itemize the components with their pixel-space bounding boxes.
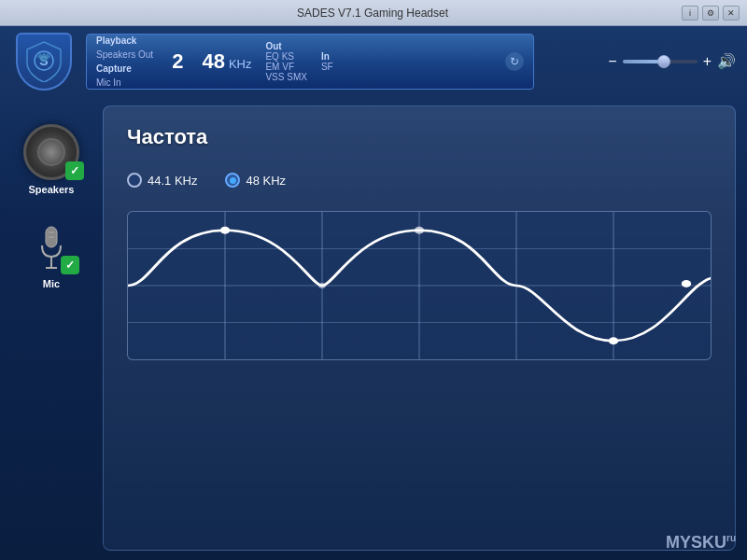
speakers-label: Speakers (29, 184, 75, 195)
speaker-check-badge: ✓ (65, 161, 84, 180)
watermark: MYSKUru (666, 533, 736, 553)
speakers-out-label: Speakers Out (96, 49, 153, 61)
content-area: ✓ Speakers (0, 96, 747, 560)
panel-title: Частота (127, 125, 712, 149)
device-labels: Playback Speakers Out Capture Mic In (96, 35, 153, 89)
in-label: In (321, 51, 333, 62)
frequency-unit: KHz (229, 57, 252, 71)
radio-441-label: 44.1 KHz (148, 174, 197, 188)
shield-icon: S (16, 33, 72, 91)
waveform-svg (128, 212, 711, 359)
speaker-icon-container: ✓ (23, 124, 79, 180)
waveform-container (127, 211, 712, 360)
svg-point-17 (609, 337, 618, 344)
toolbar: S Playback Speakers Out Capture Mic In 2… (0, 26, 747, 96)
main-content: S Playback Speakers Out Capture Mic In 2… (0, 26, 747, 560)
window-controls: i ⚙ ✕ (682, 6, 740, 21)
svg-point-19 (682, 280, 691, 287)
out-items-3: VSS SMX (265, 72, 306, 82)
sidebar: ✓ Speakers (0, 105, 103, 551)
volume-speaker-icon: 🔊 (717, 52, 736, 70)
radio-48khz[interactable]: 48 KHz (225, 173, 286, 188)
speaker-inner (37, 138, 65, 166)
mic-in-label: Mic In (96, 77, 153, 89)
out-section: Out EQ KS EM VF VSS SMX (265, 41, 306, 82)
main-panel: Частота 44.1 KHz 48 KHz (103, 105, 736, 551)
in-section: In SF (321, 51, 333, 72)
volume-minus-button[interactable]: − (608, 53, 616, 70)
frequency-value: 48 (202, 49, 224, 74)
svg-point-15 (220, 227, 230, 234)
in-items-1: SF (321, 62, 333, 72)
svg-point-16 (415, 227, 424, 234)
out-label: Out (265, 41, 306, 51)
sidebar-item-mic[interactable]: ✓ Mic (28, 223, 75, 289)
volume-control: − + 🔊 (608, 52, 736, 70)
watermark-text: MYSKU (666, 533, 726, 552)
sidebar-item-speakers[interactable]: ✓ Speakers (23, 124, 79, 195)
radio-441khz[interactable]: 44.1 KHz (127, 173, 197, 188)
capture-label: Capture (96, 63, 153, 75)
radio-48-label: 48 KHz (246, 174, 286, 188)
settings-button[interactable]: ⚙ (702, 6, 719, 21)
channel-number: 2 (167, 49, 188, 74)
out-items-1: EQ KS (265, 51, 306, 62)
out-items-2: EM VF (265, 62, 306, 72)
volume-thumb[interactable] (657, 55, 670, 68)
svg-point-18 (318, 283, 326, 288)
radio-441-outer (127, 173, 142, 188)
frequency-display: 48 KHz (202, 49, 251, 74)
info-button[interactable]: i (682, 6, 698, 21)
volume-plus-button[interactable]: + (703, 53, 712, 70)
close-button[interactable]: ✕ (723, 6, 740, 21)
title-bar: SADES V7.1 Gaming Headset i ⚙ ✕ (0, 0, 747, 26)
mic-check-badge: ✓ (61, 256, 79, 274)
refresh-button[interactable]: ↻ (505, 52, 524, 71)
radio-48-outer (225, 173, 240, 188)
volume-slider[interactable] (623, 60, 698, 63)
mic-label: Mic (43, 278, 60, 289)
mic-icon-container: ✓ (28, 223, 75, 274)
device-panel: Playback Speakers Out Capture Mic In 2 4… (86, 34, 534, 90)
logo: S (11, 31, 77, 91)
frequency-radio-group: 44.1 KHz 48 KHz (127, 168, 712, 192)
window-title: SADES V7.1 Gaming Headset (63, 7, 682, 20)
watermark-sup: ru (726, 533, 736, 543)
radio-48-dot (230, 177, 236, 184)
shield-svg: S (25, 40, 63, 82)
playback-label: Playback (96, 35, 153, 47)
